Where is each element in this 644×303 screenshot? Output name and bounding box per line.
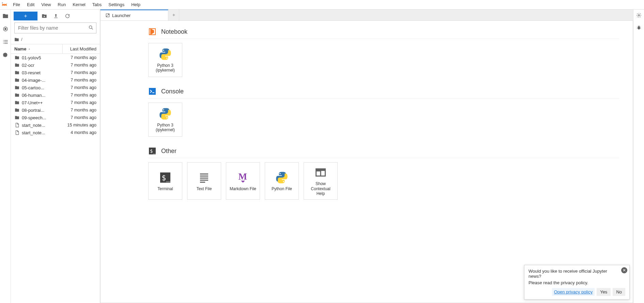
folder-row[interactable]: 04-image-...7 months ago — [11, 76, 100, 84]
svg-point-12 — [163, 49, 164, 50]
file-modified: 7 months ago — [62, 63, 96, 67]
menu-run[interactable]: Run — [54, 1, 69, 9]
file-list: 01-yolov57 months ago02-ocr7 months ago0… — [11, 54, 100, 303]
file-name: 06-human... — [22, 93, 62, 98]
no-button[interactable]: No — [613, 288, 625, 296]
folder-icon — [14, 77, 20, 83]
upload-button[interactable] — [51, 12, 61, 20]
file-modified: 7 months ago — [62, 85, 96, 90]
privacy-policy-link[interactable]: Open privacy policy — [552, 288, 595, 296]
file-modified: 7 months ago — [62, 108, 96, 112]
folder-row[interactable]: 05-cartoo...7 months ago — [11, 84, 100, 91]
section-console: ConsolePython 3(ipykernel) — [148, 87, 633, 137]
folder-row[interactable]: 03-resnet7 months ago — [11, 69, 100, 76]
file-modified: 7 months ago — [62, 115, 96, 120]
file-name: 04-image-... — [22, 78, 62, 83]
menu-edit[interactable]: Edit — [24, 1, 38, 9]
folder-icon — [14, 100, 20, 105]
news-toast: ✕ Would you like to receive official Jup… — [524, 265, 630, 300]
tab-launcher[interactable]: Launcher — [100, 10, 168, 20]
svg-point-15 — [163, 109, 164, 110]
column-modified[interactable]: Last Modified — [62, 44, 100, 54]
launcher: NotebookPython 3(ipykernel)ConsolePython… — [100, 21, 633, 303]
folder-icon[interactable] — [2, 13, 9, 19]
svg-rect-25 — [200, 182, 205, 183]
launcher-card[interactable]: $_Terminal — [148, 162, 182, 200]
new-folder-button[interactable] — [40, 12, 49, 20]
markdown-icon: M — [236, 171, 250, 184]
yes-button[interactable]: Yes — [597, 288, 611, 296]
svg-rect-24 — [200, 180, 208, 181]
file-browser-toolbar — [11, 10, 100, 22]
property-inspector-icon[interactable] — [636, 12, 642, 18]
card-label: ShowContextualHelp — [309, 181, 332, 196]
svg-point-27 — [279, 173, 280, 174]
column-name[interactable]: Name — [11, 44, 62, 54]
folder-row[interactable]: 02-ocr7 months ago — [11, 61, 100, 69]
add-tab-button[interactable] — [168, 10, 179, 20]
file-name: 03-resnet — [22, 70, 62, 75]
running-icon[interactable] — [2, 26, 9, 32]
menu-tabs[interactable]: Tabs — [89, 1, 105, 9]
launcher-card[interactable]: Python 3(ipykernel) — [148, 43, 182, 77]
svg-text:$_: $_ — [150, 148, 156, 154]
svg-rect-23 — [200, 178, 208, 179]
folder-row[interactable]: 07-Unet++7 months ago — [11, 99, 100, 106]
svg-point-33 — [638, 26, 640, 29]
breadcrumb-root: / — [21, 37, 22, 42]
tab-title: Launcher — [112, 13, 131, 18]
menu-bar: FileEditViewRunKernelTabsSettingsHelp — [0, 0, 644, 10]
menu-view[interactable]: View — [38, 1, 54, 9]
svg-rect-31 — [316, 171, 321, 176]
file-name: 08-portrai... — [22, 108, 62, 113]
launcher-card[interactable]: ShowContextualHelp — [304, 162, 338, 200]
toc-icon[interactable] — [2, 39, 9, 45]
breadcrumb[interactable]: / — [11, 35, 100, 44]
file-name: 09-speech... — [22, 115, 62, 120]
sort-asc-icon — [28, 47, 31, 51]
file-modified: 4 months ago — [62, 130, 96, 135]
launcher-card[interactable]: Python 3(ipykernel) — [148, 103, 182, 137]
python-icon — [158, 107, 172, 121]
filter-files-input[interactable] — [14, 22, 96, 33]
menu-file[interactable]: File — [10, 1, 24, 9]
menu-kernel[interactable]: Kernel — [69, 1, 89, 9]
help-icon — [314, 166, 327, 179]
launcher-card[interactable]: MMarkdown File — [226, 162, 260, 200]
svg-point-2 — [4, 28, 6, 30]
svg-rect-3 — [3, 40, 4, 41]
folder-icon — [14, 85, 20, 90]
folder-row[interactable]: 01-yolov57 months ago — [11, 54, 100, 61]
folder-row[interactable]: 08-portrai...7 months ago — [11, 106, 100, 114]
folder-row[interactable]: 06-human...7 months ago — [11, 91, 100, 99]
card-list: $_TerminalText FileMMarkdown FilePython … — [148, 162, 633, 200]
file-row[interactable]: start_note...15 minutes ago — [11, 121, 100, 129]
svg-point-32 — [638, 15, 640, 16]
extensions-icon[interactable] — [2, 52, 9, 58]
svg-point-28 — [283, 181, 284, 182]
folder-icon — [14, 107, 20, 113]
svg-rect-8 — [4, 43, 8, 44]
right-rail — [633, 10, 644, 303]
svg-point-0 — [2, 2, 3, 3]
folder-row[interactable]: 09-speech...7 months ago — [11, 114, 100, 121]
file-row[interactable]: start_note...4 months ago — [11, 129, 100, 136]
new-launcher-button[interactable] — [14, 12, 37, 20]
svg-rect-6 — [4, 42, 8, 42]
notebook-icon — [148, 28, 156, 36]
folder-icon — [14, 115, 20, 120]
section-notebook: NotebookPython 3(ipykernel) — [148, 28, 633, 77]
menu-settings[interactable]: Settings — [105, 1, 128, 9]
svg-rect-4 — [4, 40, 8, 41]
menu-help[interactable]: Help — [128, 1, 144, 9]
file-icon — [14, 130, 20, 135]
refresh-button[interactable] — [63, 12, 72, 20]
debugger-icon[interactable] — [636, 25, 642, 31]
card-list: Python 3(ipykernel) — [148, 103, 633, 137]
file-modified: 15 minutes ago — [62, 123, 96, 127]
launcher-card[interactable]: Text File — [187, 162, 221, 200]
svg-rect-5 — [3, 42, 4, 42]
close-icon[interactable]: ✕ — [621, 267, 627, 273]
file-name: 05-cartoo... — [22, 85, 62, 90]
launcher-card[interactable]: Python File — [265, 162, 299, 200]
